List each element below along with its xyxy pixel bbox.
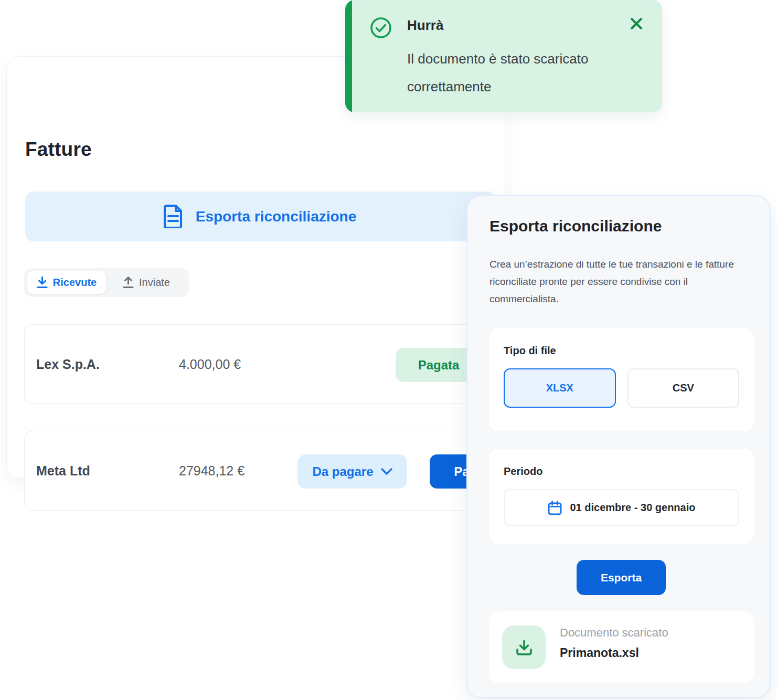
success-toast: Hurrà Il documento è stato scaricato cor… bbox=[345, 0, 662, 112]
chevron-down-icon bbox=[381, 468, 392, 475]
export-reconciliation-banner-button[interactable]: Esporta riconciliazione bbox=[25, 192, 495, 241]
invoice-row[interactable]: Meta Ltd 27948,12 € Da pagare Paga bbox=[24, 431, 495, 511]
screen: Fatture Esporta riconciliazione Ricevute bbox=[0, 0, 777, 700]
invoice-name: Lex S.p.A. bbox=[36, 325, 100, 404]
modal-title: Esporta riconciliazione bbox=[489, 217, 662, 235]
date-range-picker[interactable]: 01 dicembre - 30 gennaio bbox=[504, 489, 739, 526]
file-type-options: XLSX CSV bbox=[504, 368, 739, 408]
invoice-row[interactable]: Lex S.p.A. 4.000,00 € Pagata bbox=[24, 324, 495, 404]
status-label: Pagata bbox=[418, 358, 460, 373]
invoice-amount: 27948,12 € bbox=[179, 431, 244, 510]
tab-ricevute[interactable]: Ricevute bbox=[27, 271, 106, 294]
file-type-xlsx-button[interactable]: XLSX bbox=[504, 368, 616, 408]
file-type-card: Tipo di file XLSX CSV bbox=[489, 328, 754, 431]
download-status: Documento scaricato bbox=[560, 626, 668, 640]
modal-description: Crea un’estrazione di tutte le tue trans… bbox=[489, 256, 755, 307]
invoice-tabs: Ricevute Inviate bbox=[24, 268, 189, 297]
period-card: Periodo 01 dicembre - 30 gennaio bbox=[489, 449, 754, 544]
download-filename: Primanota.xsl bbox=[560, 646, 639, 660]
period-label: Periodo bbox=[504, 465, 739, 478]
export-button[interactable]: Esporta bbox=[577, 560, 666, 595]
tab-label: Inviate bbox=[139, 277, 170, 289]
page-title: Fatture bbox=[25, 139, 92, 161]
downloaded-document-item[interactable]: Documento scaricato Primanota.xsl bbox=[489, 611, 754, 683]
toast-accent-bar bbox=[345, 0, 352, 112]
invoice-name: Meta Ltd bbox=[36, 431, 90, 510]
close-x-icon bbox=[630, 17, 643, 30]
document-icon bbox=[164, 205, 183, 228]
toast-message: Il documento è stato scaricato correttam… bbox=[407, 45, 601, 101]
tab-label: Ricevute bbox=[53, 277, 97, 289]
calendar-icon bbox=[548, 501, 562, 515]
download-tray-icon bbox=[514, 637, 535, 658]
tab-inviate[interactable]: Inviate bbox=[108, 271, 185, 294]
upload-arrow-icon bbox=[123, 277, 134, 289]
export-reconciliation-modal: Esporta riconciliazione Crea un’estrazio… bbox=[466, 195, 771, 698]
toast-title: Hurrà bbox=[407, 17, 443, 34]
download-icon-tile bbox=[502, 625, 546, 669]
file-type-label: Tipo di file bbox=[504, 345, 739, 357]
invoice-amount: 4.000,00 € bbox=[179, 325, 241, 404]
close-icon[interactable] bbox=[627, 15, 645, 33]
download-arrow-icon bbox=[37, 277, 48, 289]
invoices-panel: Fatture Esporta riconciliazione Ricevute bbox=[6, 56, 505, 479]
status-dropdown-da-pagare[interactable]: Da pagare bbox=[297, 454, 407, 489]
status-label: Da pagare bbox=[312, 464, 373, 479]
export-banner-label: Esporta riconciliazione bbox=[196, 208, 357, 225]
date-range-value: 01 dicembre - 30 gennaio bbox=[570, 502, 696, 514]
check-circle-icon bbox=[370, 17, 392, 39]
file-type-csv-button[interactable]: CSV bbox=[627, 368, 740, 408]
